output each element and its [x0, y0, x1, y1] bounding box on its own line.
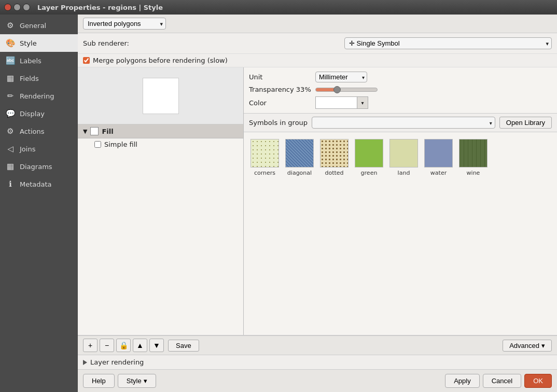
- renderer-dropdown-wrapper[interactable]: Inverted polygons Single Symbol Categori…: [83, 18, 166, 30]
- color-dropdown-button[interactable]: ▾: [357, 96, 368, 109]
- simple-fill-checkbox[interactable]: [94, 141, 101, 148]
- remove-button[interactable]: −: [100, 339, 114, 352]
- open-library-button[interactable]: Open Library: [499, 117, 552, 129]
- unit-select[interactable]: Millimeter Pixel Point: [315, 72, 367, 82]
- symbol-panel: ▼ Fill Simple fill: [78, 67, 244, 335]
- middle-area: ▼ Fill Simple fill Unit: [78, 67, 557, 335]
- sidebar-item-joins[interactable]: ◁ Joins: [0, 140, 78, 158]
- cancel-button[interactable]: Cancel: [483, 374, 521, 388]
- layer-rendering-label: Layer rendering: [90, 358, 144, 366]
- style-icon: 🎨: [5, 38, 16, 48]
- general-icon: ⚙: [5, 20, 16, 31]
- sidebar-item-diagrams[interactable]: ▦ Diagrams: [0, 158, 78, 175]
- window-controls[interactable]: [4, 4, 30, 11]
- symbol-item-corners[interactable]: corners: [249, 137, 281, 178]
- merge-label[interactable]: Merge polygons before rendering (slow): [93, 57, 228, 64]
- color-swatch[interactable]: [315, 96, 357, 109]
- sidebar-label-fields: Fields: [20, 75, 39, 82]
- style-button[interactable]: Style ▾: [118, 374, 156, 388]
- transparency-slider[interactable]: [315, 88, 378, 92]
- save-button[interactable]: Save: [168, 340, 199, 352]
- symbol-tree: ▼ Fill Simple fill: [78, 124, 243, 335]
- sub-renderer-row: Sub renderer: ✛ Single Symbol Categorize…: [78, 33, 557, 54]
- bottom-buttons: Help Style ▾ Apply Cancel OK: [78, 369, 557, 392]
- sidebar-label-joins: Joins: [20, 145, 35, 153]
- unit-row: Unit Millimeter Pixel Point: [249, 72, 552, 82]
- sidebar-item-general[interactable]: ⚙ General: [0, 17, 78, 34]
- down-icon: ▼: [153, 341, 160, 349]
- symbol-item-wine[interactable]: wine: [457, 137, 489, 178]
- close-button[interactable]: [4, 4, 11, 11]
- sidebar-item-display[interactable]: 💬 Display: [0, 105, 78, 122]
- advanced-button[interactable]: Advanced ▾: [503, 340, 552, 352]
- symbol-thumb-water: [424, 139, 453, 167]
- fill-label: Fill: [102, 128, 113, 135]
- symbol-item-land[interactable]: land: [388, 137, 420, 178]
- symbol-item-dotted[interactable]: dotted: [318, 137, 350, 178]
- sidebar-label-labels: Labels: [20, 57, 41, 65]
- symbol-thumb-dotted: [320, 139, 349, 167]
- symbol-item-diagonal[interactable]: diagonal: [284, 137, 315, 178]
- sidebar-label-rendering: Rendering: [20, 92, 54, 100]
- lock-button[interactable]: 🔒: [116, 339, 131, 352]
- group-select[interactable]: [312, 117, 495, 129]
- sidebar-label-display: Display: [20, 110, 45, 118]
- ok-button[interactable]: OK: [524, 374, 552, 388]
- symbol-preview: [78, 67, 243, 124]
- layer-rendering-expand-icon[interactable]: [83, 360, 87, 365]
- sidebar-item-style[interactable]: 🎨 Style: [0, 34, 78, 52]
- symbol-name-green: green: [361, 170, 378, 176]
- diagrams-icon: ▦: [5, 161, 16, 172]
- add-button[interactable]: +: [83, 339, 98, 352]
- sidebar: ⚙ General 🎨 Style 🔤 Labels ▦ Fields ✏ Re…: [0, 15, 78, 392]
- merge-checkbox-row: Merge polygons before rendering (slow): [78, 54, 557, 67]
- color-label: Color: [249, 99, 311, 107]
- lock-icon: 🔒: [119, 341, 128, 349]
- sidebar-item-rendering[interactable]: ✏ Rendering: [0, 87, 78, 105]
- color-row: Color ▾: [249, 96, 552, 109]
- layer-rendering-row: Layer rendering: [78, 355, 557, 369]
- unit-label: Unit: [249, 73, 311, 81]
- symbol-name-wine: wine: [467, 170, 480, 176]
- apply-button[interactable]: Apply: [445, 374, 480, 388]
- sub-renderer-label: Sub renderer:: [83, 39, 129, 47]
- sidebar-label-diagrams: Diagrams: [20, 163, 52, 171]
- group-select-wrapper[interactable]: [312, 117, 495, 129]
- transparency-label: Transparency 33%: [249, 86, 311, 93]
- labels-icon: 🔤: [5, 55, 16, 66]
- sub-renderer-dropdown[interactable]: ✛ Single Symbol Categorized Graduated: [344, 37, 552, 49]
- remove-icon: −: [105, 341, 109, 349]
- minimize-button[interactable]: [13, 4, 21, 11]
- tree-item-fill[interactable]: ▼ Fill: [78, 124, 243, 138]
- move-up-button[interactable]: ▲: [133, 339, 147, 352]
- fill-color-box: [90, 127, 99, 135]
- symbol-item-green[interactable]: green: [353, 137, 385, 178]
- merge-checkbox[interactable]: [83, 57, 90, 64]
- symbols-group-label: Symbols in group: [249, 119, 308, 127]
- fields-icon: ▦: [5, 73, 16, 83]
- help-button[interactable]: Help: [83, 374, 115, 388]
- renderer-dropdown[interactable]: Inverted polygons Single Symbol Categori…: [83, 18, 166, 30]
- sidebar-item-actions[interactable]: ⚙ Actions: [0, 122, 78, 140]
- maximize-button[interactable]: [23, 4, 30, 11]
- sidebar-item-labels[interactable]: 🔤 Labels: [0, 52, 78, 69]
- sub-renderer-dropdown-wrapper[interactable]: ✛ Single Symbol Categorized Graduated: [344, 37, 552, 49]
- symbol-name-diagonal: diagonal: [287, 170, 312, 176]
- symbol-thumb-land: [389, 139, 418, 167]
- sidebar-item-metadata[interactable]: ℹ Metadata: [0, 175, 78, 193]
- simple-fill-label: Simple fill: [104, 141, 137, 148]
- sidebar-item-fields[interactable]: ▦ Fields: [0, 69, 78, 87]
- main-layout: ⚙ General 🎨 Style 🔤 Labels ▦ Fields ✏ Re…: [0, 15, 557, 392]
- advanced-chevron-icon: ▾: [541, 342, 545, 349]
- unit-select-wrapper[interactable]: Millimeter Pixel Point: [315, 72, 367, 82]
- symbol-name-dotted: dotted: [325, 170, 343, 176]
- tree-arrow-icon[interactable]: ▼: [83, 128, 87, 135]
- sidebar-label-metadata: Metadata: [20, 180, 52, 188]
- transparency-row: Transparency 33%: [249, 86, 552, 93]
- symbol-thumb-green: [355, 139, 383, 167]
- symbol-item-water[interactable]: water: [423, 137, 454, 178]
- move-down-button[interactable]: ▼: [149, 339, 164, 352]
- advanced-label: Advanced: [509, 342, 539, 349]
- sidebar-label-style: Style: [20, 39, 37, 47]
- symbol-name-water: water: [430, 170, 447, 176]
